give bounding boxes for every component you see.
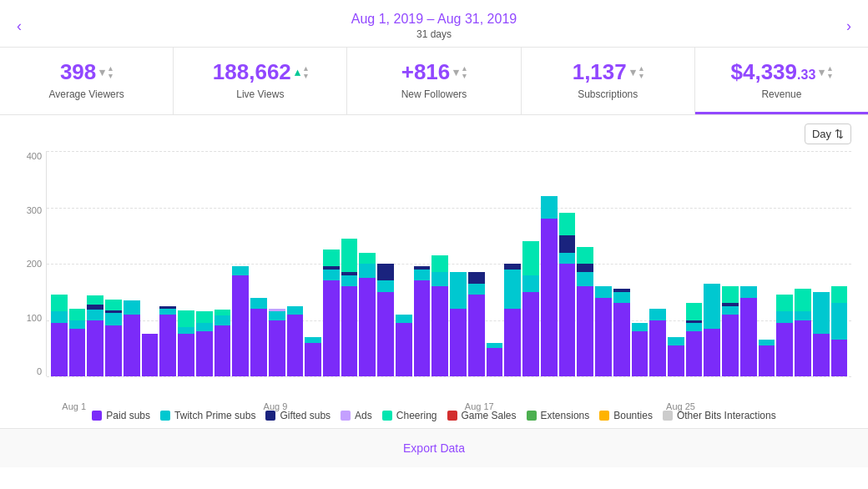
bar-group [649, 309, 666, 376]
bar-segment [759, 345, 775, 376]
bar-segment [105, 325, 122, 376]
next-arrow[interactable]: › [838, 14, 860, 38]
stat-value-text: +816 [401, 59, 451, 85]
bar-segment [323, 270, 340, 281]
bar-group [196, 311, 213, 376]
bar-segment [414, 270, 431, 281]
bar-segment [341, 275, 358, 287]
bar-group [323, 250, 340, 376]
stat-value-text: 188,662 [213, 59, 291, 85]
bar-group [813, 292, 830, 376]
bar-segment [559, 213, 576, 235]
bar-segment [196, 323, 213, 331]
bar-group [577, 247, 593, 376]
bar-group [51, 295, 68, 376]
bar-segment [341, 286, 358, 376]
bar-group [178, 310, 194, 376]
bar-segment [414, 280, 431, 376]
bar-group [831, 286, 848, 376]
legend-dot-prime-subs [160, 411, 170, 421]
bar-group [541, 196, 558, 376]
bar-segment [396, 323, 412, 376]
bar-segment [232, 266, 249, 275]
bar-segment [323, 250, 340, 266]
bar-segment [269, 320, 285, 377]
legend-item-game-sales: Game Sales [447, 410, 517, 421]
bar-segment [776, 295, 793, 311]
bar-segment [831, 286, 848, 303]
bar-group [414, 266, 431, 376]
bar-segment [196, 331, 213, 376]
legend-item-ads: Ads [341, 410, 372, 421]
export-link[interactable]: Export Data [403, 441, 465, 455]
bar-segment [214, 310, 231, 315]
bar-group [740, 286, 757, 376]
bar-segment [359, 264, 376, 278]
prev-arrow[interactable]: ‹ [8, 14, 30, 38]
bar-segment [450, 309, 467, 376]
bar-segment [668, 345, 684, 376]
bar-segment [323, 280, 340, 376]
legend-dot-other-bits [663, 411, 673, 421]
bar-segment [87, 295, 103, 304]
bar-segment [214, 315, 231, 325]
bar-segment [522, 241, 539, 275]
bar-segment [178, 327, 194, 334]
stat-avg-viewers: 398 ▾ ▴▾ Average Viewers [0, 48, 174, 114]
bar-group [214, 310, 231, 376]
bar-segment [795, 311, 811, 320]
legend-dot-cheering [382, 411, 392, 421]
bar-segment [305, 337, 321, 343]
bar-segment [813, 292, 830, 335]
bar-segment [632, 331, 648, 376]
day-select[interactable]: Day ⇅ [805, 124, 851, 144]
stat-revenue: $4,339.33 ▾ ▴▾ Revenue [695, 48, 868, 114]
bar-group [468, 272, 485, 376]
bar-segment [341, 239, 358, 273]
chart-area: Day ⇅ 4003002001000 Aug 1Aug 9Aug 17Aug … [0, 115, 868, 401]
bar-group [287, 306, 304, 376]
bar-group [632, 323, 648, 376]
date-range: Aug 1, 2019 – Aug 31, 2019 [351, 12, 517, 27]
legend-dot-game-sales [447, 411, 457, 421]
bar-segment [504, 264, 521, 270]
bar-segment [559, 235, 576, 252]
bar-group [795, 289, 811, 376]
bar-group [431, 255, 448, 376]
legend-dot-gifted-subs [265, 411, 275, 421]
bar-segment [686, 303, 703, 320]
legend-dot-ads [341, 411, 351, 421]
stat-subscriptions: 1,137 ▾ ▴▾ Subscriptions [522, 48, 695, 114]
bar-segment [831, 303, 848, 340]
bar-segment [124, 315, 140, 376]
bar-segment [795, 320, 811, 377]
stat-live-views: 188,662 ▴ ▴▾ Live Views [174, 48, 347, 114]
stat-value-text: 1,137 [573, 59, 627, 85]
bar-segment [759, 340, 775, 345]
bar-group [142, 334, 159, 376]
bar-segment [468, 272, 485, 284]
bar-segment [305, 343, 321, 377]
bar-segment [487, 348, 503, 376]
bar-segment [595, 298, 612, 377]
bar-segment [686, 323, 703, 331]
bar-segment [377, 280, 394, 292]
bar-segment [504, 270, 521, 309]
legend-item-cheering: Cheering [382, 410, 437, 421]
legend-item-gifted-subs: Gifted subs [265, 410, 331, 421]
bar-group [668, 337, 684, 376]
bar-group [396, 315, 412, 376]
bar-group [359, 253, 376, 377]
bar-group [686, 303, 703, 376]
bar-segment [359, 253, 376, 265]
bar-segment [124, 300, 140, 315]
bar-group [69, 309, 86, 376]
legend-item-extensions: Extensions [527, 410, 590, 421]
y-axis: 4003002001000 [17, 151, 42, 376]
bar-segment [250, 309, 267, 376]
bar-group [377, 264, 394, 376]
bar-segment [159, 309, 176, 315]
revenue-value: $4,339.33 [731, 59, 816, 85]
bar-segment [468, 284, 485, 295]
bar-segment [377, 264, 394, 280]
